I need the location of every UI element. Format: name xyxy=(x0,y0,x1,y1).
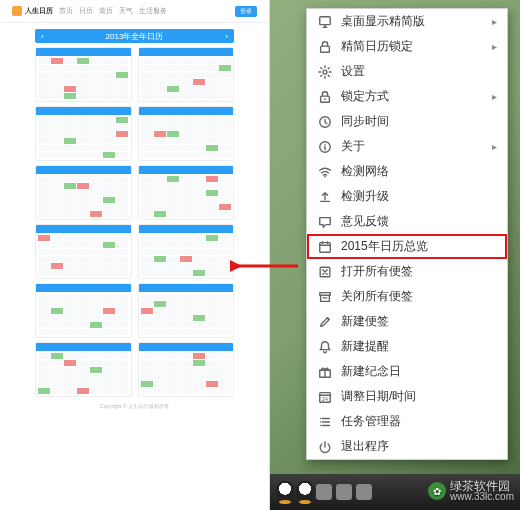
menu-item-label: 新建便签 xyxy=(341,313,497,330)
date-icon: 24 xyxy=(317,389,333,405)
submenu-chevron-icon: ▸ xyxy=(492,91,497,102)
menu-item-gear[interactable]: 设置 xyxy=(307,59,507,84)
year-selector-bar: ‹ 2013年全年日历 › xyxy=(35,29,234,43)
menu-item-label: 桌面显示精简版 xyxy=(341,13,492,30)
menu-item-label: 检测升级 xyxy=(341,188,497,205)
menu-item-label: 关闭所有便签 xyxy=(341,288,497,305)
svg-rect-11 xyxy=(320,292,331,295)
watermark: ✿ 绿茶软件园 www.33lc.com xyxy=(428,480,514,502)
nav-links: 首页 日历 黄历 天气 生活服务 xyxy=(59,6,167,16)
qq-icon[interactable] xyxy=(276,481,294,503)
menu-item-info[interactable]: 关于▸ xyxy=(307,134,507,159)
submenu-chevron-icon: ▸ xyxy=(492,16,497,27)
menu-item-desktop[interactable]: 桌面显示精简版▸ xyxy=(307,9,507,34)
bell-icon xyxy=(317,339,333,355)
svg-rect-9 xyxy=(320,242,331,252)
menu-item-label: 2015年日历总览 xyxy=(341,238,497,255)
menu-item-label: 新建提醒 xyxy=(341,338,497,355)
svg-text:24: 24 xyxy=(322,395,328,401)
taskbar-icon[interactable] xyxy=(316,484,332,500)
close-note-icon xyxy=(317,264,333,280)
menu-item-label: 任务管理器 xyxy=(341,413,497,430)
upload-icon xyxy=(317,189,333,205)
app-brand: 人生日历 xyxy=(25,6,53,16)
watermark-url: www.33lc.com xyxy=(450,492,514,502)
menu-item-calendar[interactable]: 2015年日历总览 xyxy=(307,234,507,259)
nav-link[interactable]: 生活服务 xyxy=(139,6,167,16)
calendar-icon xyxy=(317,239,333,255)
menu-item-gift[interactable]: 新建纪念日 xyxy=(307,359,507,384)
power-icon xyxy=(317,439,333,455)
calendar-yearview-page: 人生日历 首页 日历 黄历 天气 生活服务 登录 ‹ 2013年全年日历 › C… xyxy=(0,0,270,510)
submenu-chevron-icon: ▸ xyxy=(492,141,497,152)
webpage-navbar: 人生日历 首页 日历 黄历 天气 生活服务 登录 xyxy=(0,0,269,23)
submenu-chevron-icon: ▸ xyxy=(492,41,497,52)
month-thumbnail[interactable] xyxy=(138,47,235,102)
nav-link[interactable]: 天气 xyxy=(119,6,133,16)
taskbar-icon[interactable] xyxy=(356,484,372,500)
menu-item-close-note[interactable]: 打开所有便签 xyxy=(307,259,507,284)
menu-item-label: 锁定方式 xyxy=(341,88,492,105)
svg-rect-1 xyxy=(320,16,331,24)
menu-item-archive[interactable]: 关闭所有便签 xyxy=(307,284,507,309)
menu-item-label: 设置 xyxy=(341,63,497,80)
menu-item-edit[interactable]: 新建便签 xyxy=(307,309,507,334)
month-thumbnail[interactable] xyxy=(35,283,132,338)
menu-item-bell[interactable]: 新建提醒 xyxy=(307,334,507,359)
gift-icon xyxy=(317,364,333,380)
month-thumbnail[interactable] xyxy=(35,106,132,161)
menu-item-date[interactable]: 24调整日期/时间 xyxy=(307,384,507,409)
chat-icon xyxy=(317,214,333,230)
svg-point-3 xyxy=(323,70,327,74)
nav-link[interactable]: 日历 xyxy=(79,6,93,16)
desktop-icon xyxy=(317,14,333,30)
menu-item-wifi[interactable]: 检测网络 xyxy=(307,159,507,184)
menu-item-upload[interactable]: 检测升级 xyxy=(307,184,507,209)
svg-rect-2 xyxy=(321,46,330,52)
context-menu: 桌面显示精简版▸精简日历锁定▸设置锁定方式▸同步时间关于▸检测网络检测升级意见反… xyxy=(306,8,508,460)
next-year-button[interactable]: › xyxy=(225,32,228,41)
svg-point-17 xyxy=(320,424,321,425)
month-thumbnail[interactable] xyxy=(138,165,235,220)
padlock-icon xyxy=(317,89,333,105)
menu-item-padlock[interactable]: 锁定方式▸ xyxy=(307,84,507,109)
nav-link[interactable]: 黄历 xyxy=(99,6,113,16)
menu-item-label: 精简日历锁定 xyxy=(341,38,492,55)
months-grid xyxy=(35,47,234,397)
nav-link[interactable]: 首页 xyxy=(59,6,73,16)
archive-icon xyxy=(317,289,333,305)
menu-item-label: 打开所有便签 xyxy=(341,263,497,280)
month-thumbnail[interactable] xyxy=(138,342,235,397)
month-thumbnail[interactable] xyxy=(138,224,235,279)
year-title: 2013年全年日历 xyxy=(106,31,164,42)
svg-point-5 xyxy=(324,98,326,100)
taskbar-icon[interactable] xyxy=(336,484,352,500)
info-icon xyxy=(317,139,333,155)
month-thumbnail[interactable] xyxy=(35,342,132,397)
clock-icon xyxy=(317,114,333,130)
svg-point-8 xyxy=(324,175,326,177)
prev-year-button[interactable]: ‹ xyxy=(41,32,44,41)
month-thumbnail[interactable] xyxy=(35,224,132,279)
menu-item-clock[interactable]: 同步时间 xyxy=(307,109,507,134)
menu-item-power[interactable]: 退出程序 xyxy=(307,434,507,459)
qq-icon[interactable] xyxy=(296,481,314,503)
menu-item-label: 检测网络 xyxy=(341,163,497,180)
month-thumbnail[interactable] xyxy=(35,47,132,102)
menu-item-list[interactable]: 任务管理器 xyxy=(307,409,507,434)
month-thumbnail[interactable] xyxy=(35,165,132,220)
lock-icon xyxy=(317,39,333,55)
month-thumbnail[interactable] xyxy=(138,283,235,338)
menu-item-chat[interactable]: 意见反馈 xyxy=(307,209,507,234)
svg-point-16 xyxy=(320,421,321,422)
gear-icon xyxy=(317,64,333,80)
menu-item-label: 新建纪念日 xyxy=(341,363,497,380)
login-button[interactable]: 登录 xyxy=(235,6,257,17)
month-thumbnail[interactable] xyxy=(138,106,235,161)
menu-item-lock[interactable]: 精简日历锁定▸ xyxy=(307,34,507,59)
menu-item-label: 调整日期/时间 xyxy=(341,388,497,405)
menu-item-label: 关于 xyxy=(341,138,492,155)
watermark-logo-icon: ✿ xyxy=(428,482,446,500)
wifi-icon xyxy=(317,164,333,180)
svg-point-15 xyxy=(320,417,321,418)
